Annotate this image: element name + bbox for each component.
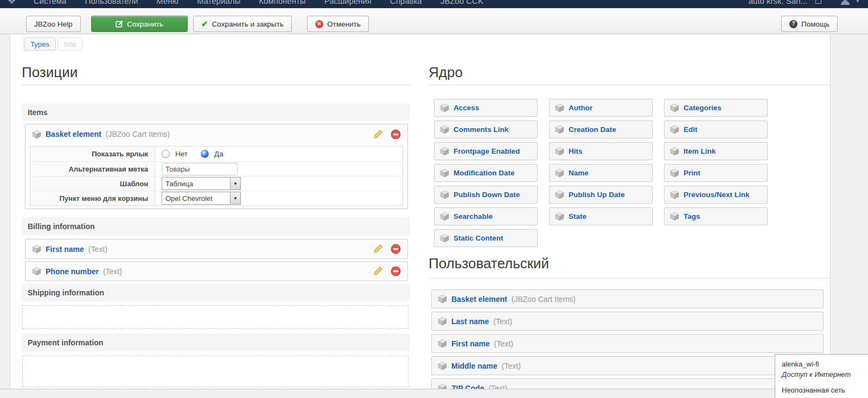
tab-types[interactable]: Types	[24, 37, 56, 50]
edit-element-icon[interactable]	[373, 266, 383, 276]
admin-navbar: ❖ Система Пользователи Меню Материалы Ко…	[0, 0, 868, 8]
element-icon	[555, 212, 564, 221]
nav-item-extensions[interactable]: Расширения	[324, 0, 372, 5]
nav-item-help[interactable]: Справка	[390, 0, 422, 5]
positions-title: Позиции	[22, 64, 78, 81]
core-element-comments-link[interactable]: Comments Link	[434, 121, 538, 138]
billing-row-phone-number: Phone number (Text)	[25, 261, 408, 281]
element-type-label: (JBZoo Cart Items)	[106, 130, 170, 138]
radio-no-label: Нет	[175, 150, 188, 158]
cart-menu-select[interactable]: Opel Chevrolet ▼	[162, 192, 241, 205]
nav-item-users[interactable]: Пользователи	[85, 0, 138, 5]
joomla-logo-icon: ❖	[8, 0, 22, 6]
nav-item-content[interactable]: Материалы	[197, 0, 240, 5]
wifi-ssid: alenka_wi-fi	[782, 359, 868, 370]
save-close-label: Сохранить и закрыть	[212, 20, 284, 28]
core-element-frontpage-enabled[interactable]: Frontpage Enabled	[434, 142, 538, 160]
element-icon	[440, 147, 449, 156]
help-button[interactable]: ? Помощь	[781, 16, 838, 32]
remove-element-icon[interactable]	[391, 244, 401, 254]
nav-item-components[interactable]: Компоненты	[259, 0, 305, 5]
external-link-icon	[815, 0, 821, 4]
cancel-button[interactable]: ✕ Отменить	[307, 16, 369, 32]
element-icon	[670, 125, 679, 134]
payment-dropzone[interactable]	[22, 356, 409, 387]
element-name-link[interactable]: Phone number	[46, 267, 99, 276]
core-element-hits[interactable]: Hits	[549, 142, 653, 160]
core-element-name[interactable]: Name	[549, 164, 653, 182]
site-preview-link[interactable]: auto krsk. San...	[749, 0, 807, 5]
core-element-item-link[interactable]: Item Link	[664, 142, 768, 160]
nav-item-system[interactable]: Система	[34, 0, 66, 5]
divider	[22, 85, 410, 85]
network-tooltip: alenka_wi-fi Доступ к Интернет Неопознан…	[775, 354, 868, 398]
jbzoo-help-button[interactable]: JBZoo Help	[26, 16, 81, 32]
core-element-publish-down-date[interactable]: Publish Down Date	[434, 186, 538, 204]
form-row-alt-label: Альтернативная метка	[30, 161, 403, 176]
custom-element-first-name[interactable]: First name (Text)	[431, 334, 824, 353]
element-icon	[670, 147, 679, 156]
core-element-static-content[interactable]: Static Content	[434, 229, 538, 247]
custom-element-basket[interactable]: Basket element (JBZoo Cart Items)	[431, 289, 824, 308]
core-element-tags[interactable]: Tags	[664, 207, 768, 225]
shipping-dropzone[interactable]	[22, 305, 409, 329]
remove-element-icon[interactable]	[391, 266, 401, 276]
wifi-status: Доступ к Интернет	[782, 370, 868, 380]
question-icon: ?	[789, 20, 797, 28]
form-row-cart-menu: Пункт меню для корзины Opel Chevrolet ▼	[30, 191, 403, 205]
cart-menu-select-value: Opel Chevrolet	[162, 194, 230, 203]
radio-yes-label: Да	[214, 150, 224, 158]
core-element-print[interactable]: Print	[664, 164, 768, 182]
user-menu-icon[interactable]	[841, 0, 850, 4]
element-name-link[interactable]: First name	[46, 245, 84, 254]
edit-element-icon[interactable]	[373, 129, 383, 140]
radio-no[interactable]	[162, 150, 170, 158]
tab-info[interactable]: Info	[58, 37, 82, 50]
core-element-edit[interactable]: Edit	[664, 121, 768, 138]
core-element-author[interactable]: Author	[549, 99, 653, 117]
form-row-template: Шаблон Таблица ▼	[30, 176, 403, 191]
radio-yes[interactable]	[201, 150, 209, 158]
element-icon	[555, 190, 564, 199]
core-element-creation-date[interactable]: Creation Date	[549, 121, 653, 138]
form-row-show-label: Показать ярлык Нет Да	[30, 147, 403, 161]
element-icon	[32, 244, 41, 254]
custom-element-last-name[interactable]: Last name (Text)	[431, 312, 824, 331]
nav-item-menus[interactable]: Меню	[156, 0, 178, 5]
element-icon	[440, 190, 449, 199]
element-icon	[438, 339, 447, 348]
core-element-previous-next-link[interactable]: Previous/Next Link	[664, 186, 768, 204]
chevron-down-icon: ▼	[230, 192, 240, 204]
custom-element-middle-name[interactable]: Middle name (Text)	[431, 356, 824, 375]
chevron-down-icon: ▼	[230, 178, 240, 189]
core-elements-grid: Access Author Categories Comments Link C…	[434, 99, 768, 247]
edit-element-icon[interactable]	[373, 244, 383, 254]
core-element-access[interactable]: Access	[434, 99, 538, 117]
remove-element-icon[interactable]	[391, 129, 401, 140]
core-element-modification-date[interactable]: Modification Date	[434, 164, 538, 182]
divider	[429, 278, 830, 279]
basket-element-card: Basket element (JBZoo Cart Items) Показа…	[25, 124, 408, 209]
field-label: Альтернативная метка	[30, 162, 155, 176]
element-type-label: (Text)	[88, 245, 107, 254]
check-icon: ✔	[201, 19, 208, 29]
save-button[interactable]: Сохранить	[91, 16, 188, 32]
element-icon	[440, 103, 449, 112]
element-icon	[32, 267, 41, 276]
element-icon	[440, 125, 449, 134]
nav-item-jbzoo[interactable]: JBZoo CCK	[441, 0, 483, 5]
element-icon	[438, 294, 447, 304]
core-element-categories[interactable]: Categories	[664, 99, 768, 117]
billing-row-first-name: First name (Text)	[25, 239, 408, 259]
element-name-link[interactable]: Basket element	[46, 130, 101, 138]
element-icon	[440, 233, 449, 243]
alt-label-input[interactable]	[162, 163, 238, 175]
save-close-button[interactable]: ✔ Сохранить и закрыть	[193, 16, 292, 32]
core-element-publish-up-date[interactable]: Publish Up Date	[549, 186, 653, 204]
element-type-label: (Text)	[103, 267, 122, 276]
core-element-searchable[interactable]: Searchable	[434, 207, 538, 225]
section-billing: Billing information	[22, 217, 410, 235]
template-select[interactable]: Таблица ▼	[162, 177, 241, 190]
element-icon	[670, 212, 679, 221]
core-element-state[interactable]: State	[549, 207, 653, 225]
